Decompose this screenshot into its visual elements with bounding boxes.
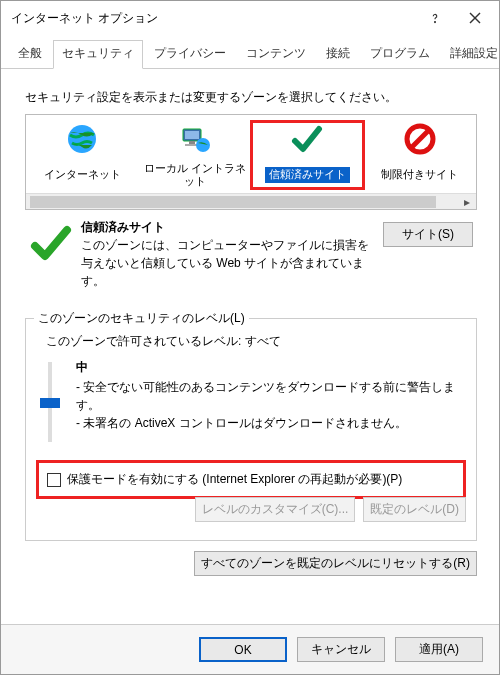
tab-general[interactable]: 全般 xyxy=(9,40,51,69)
slider-thumb[interactable] xyxy=(40,398,60,408)
security-level-detail-1: - 安全でない可能性のあるコンテンツをダウンロードする前に警告します。 xyxy=(76,378,466,414)
tab-content[interactable]: コンテンツ xyxy=(237,40,315,69)
zone-description-text: このゾーンには、コンピューターやファイルに損害を与えないと信頼している Web … xyxy=(81,236,375,290)
intranet-icon xyxy=(177,121,213,157)
reset-all-zones-button[interactable]: すべてのゾーンを既定のレベルにリセットする(R) xyxy=(194,551,477,576)
internet-options-window: インターネット オプション 全般 セキュリティ プライバシー コンテンツ 接続 … xyxy=(0,0,500,675)
trusted-check-icon xyxy=(289,121,325,157)
protected-mode-row[interactable]: 保護モードを有効にする (Internet Explorer の再起動が必要)(… xyxy=(36,460,466,499)
security-level-detail-2: - 未署名の ActiveX コントロールはダウンロードされません。 xyxy=(76,414,466,432)
window-title: インターネット オプション xyxy=(11,10,415,27)
zone-description-title: 信頼済みサイト xyxy=(81,218,375,236)
svg-point-3 xyxy=(68,125,96,153)
tab-strip: 全般 セキュリティ プライバシー コンテンツ 接続 プログラム 詳細設定 xyxy=(1,35,499,69)
svg-point-9 xyxy=(196,138,210,152)
svg-line-11 xyxy=(411,130,429,148)
sites-button[interactable]: サイト(S) xyxy=(383,222,473,247)
dialog-footer: OK キャンセル 適用(A) xyxy=(1,624,499,674)
zone-selector: インターネット ローカル イントラネット xyxy=(25,114,477,210)
custom-level-button[interactable]: レベルのカスタマイズ(C)... xyxy=(195,497,356,522)
close-button[interactable] xyxy=(455,4,495,32)
tab-connections[interactable]: 接続 xyxy=(317,40,359,69)
default-level-button[interactable]: 既定のレベル(D) xyxy=(363,497,466,522)
tab-privacy[interactable]: プライバシー xyxy=(145,40,235,69)
protected-mode-label: 保護モードを有効にする (Internet Explorer の再起動が必要)(… xyxy=(67,471,402,488)
tab-security[interactable]: セキュリティ xyxy=(53,40,143,69)
trusted-check-icon-large xyxy=(29,222,73,266)
scrollbar-thumb[interactable] xyxy=(30,196,436,208)
svg-point-0 xyxy=(435,22,436,23)
cancel-button[interactable]: キャンセル xyxy=(297,637,385,662)
zone-instruction: セキュリティ設定を表示または変更するゾーンを選択してください。 xyxy=(25,89,483,106)
scroll-right-icon[interactable]: ▸ xyxy=(458,194,476,210)
svg-rect-6 xyxy=(185,131,199,139)
restricted-icon xyxy=(402,121,438,157)
allowed-levels-text: このゾーンで許可されているレベル: すべて xyxy=(46,333,462,350)
zone-restricted-sites[interactable]: 制限付きサイト xyxy=(364,121,477,189)
protected-mode-checkbox[interactable] xyxy=(47,473,61,487)
apply-button[interactable]: 適用(A) xyxy=(395,637,483,662)
zone-trusted-sites[interactable]: 信頼済みサイト xyxy=(251,121,364,189)
help-button[interactable] xyxy=(415,4,455,32)
zone-description: 信頼済みサイト このゾーンには、コンピューターやファイルに損害を与えないと信頼し… xyxy=(25,210,483,290)
zone-scrollbar[interactable]: ▸ xyxy=(26,193,476,209)
globe-icon xyxy=(64,121,100,157)
security-level-group: このゾーンのセキュリティのレベル(L) このゾーンで許可されているレベル: すべ… xyxy=(25,318,477,541)
security-level-group-label: このゾーンのセキュリティのレベル(L) xyxy=(34,310,249,327)
ok-button[interactable]: OK xyxy=(199,637,287,662)
tab-advanced[interactable]: 詳細設定 xyxy=(441,40,500,69)
titlebar: インターネット オプション xyxy=(1,1,499,35)
svg-rect-7 xyxy=(189,141,195,144)
security-tab-content: セキュリティ設定を表示または変更するゾーンを選択してください。 インターネット xyxy=(1,69,499,624)
security-level-slider[interactable] xyxy=(48,362,52,442)
zone-local-intranet[interactable]: ローカル イントラネット xyxy=(139,121,252,189)
zone-internet[interactable]: インターネット xyxy=(26,121,139,189)
tab-programs[interactable]: プログラム xyxy=(361,40,439,69)
security-level-name: 中 xyxy=(76,358,466,376)
